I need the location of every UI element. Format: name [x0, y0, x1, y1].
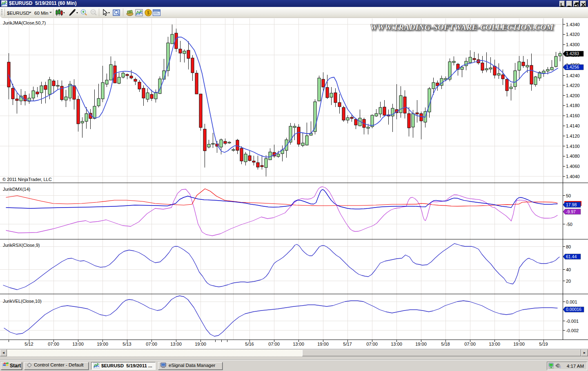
svg-text:19:00: 19:00: [97, 342, 108, 346]
svg-text:13:00: 13:00: [72, 342, 84, 346]
svg-text:13:00: 13:00: [489, 342, 500, 346]
svg-text:1.4220: 1.4220: [566, 83, 580, 88]
svg-text:07:00: 07:00: [48, 342, 59, 346]
svg-text:5/13: 5/13: [122, 342, 131, 346]
svg-text:07:00: 07:00: [464, 342, 476, 346]
svg-text:07:00: 07:00: [146, 342, 157, 346]
svg-text:1.4283: 1.4283: [566, 51, 579, 56]
svg-text:1.4300: 1.4300: [566, 42, 580, 47]
svg-text:1.4200: 1.4200: [566, 93, 580, 98]
svg-text:5/18: 5/18: [441, 342, 450, 346]
svg-text:40: 40: [566, 267, 571, 272]
svg-text:1.4140: 1.4140: [566, 123, 580, 128]
svg-text:1.4040: 1.4040: [566, 174, 580, 179]
svg-text:19:00: 19:00: [513, 342, 525, 346]
svg-text:$: $: [147, 11, 149, 15]
svg-text:07:00: 07:00: [366, 342, 378, 346]
svg-text:07:00: 07:00: [268, 342, 280, 346]
svg-text:5/17: 5/17: [343, 342, 352, 346]
svg-text:-0.001: -0.001: [566, 319, 579, 324]
svg-text:1.4120: 1.4120: [566, 134, 580, 139]
svg-text:13:00: 13:00: [170, 342, 182, 346]
svg-text:1.4060: 1.4060: [566, 164, 580, 169]
svg-text:1.4160: 1.4160: [566, 113, 580, 118]
svg-text:19:00: 19:00: [415, 342, 427, 346]
svg-text:© 2011 NinjaTrader, LLC: © 2011 NinjaTrader, LLC: [2, 177, 52, 182]
svg-text:17.98: 17.98: [566, 202, 577, 207]
svg-text:1.4340: 1.4340: [566, 22, 580, 27]
svg-text:0.001: 0.001: [566, 299, 577, 304]
svg-text:JurikJMA(Close,50,7): JurikJMA(Close,50,7): [3, 20, 46, 25]
svg-text:13:00: 13:00: [293, 342, 304, 346]
svg-text:5/16: 5/16: [245, 342, 254, 346]
svg-text:80: 80: [566, 244, 571, 249]
svg-text:JurikVEL(Close,10): JurikVEL(Close,10): [3, 299, 42, 304]
svg-text:-0.002: -0.002: [566, 328, 579, 333]
svg-text:19:00: 19:00: [195, 342, 206, 346]
svg-text:JurikDMX(14): JurikDMX(14): [3, 187, 30, 192]
svg-text:5/12: 5/12: [24, 342, 33, 346]
svg-text:JurikRSX(Close,9): JurikRSX(Close,9): [3, 243, 40, 248]
svg-text:1.4240: 1.4240: [566, 73, 580, 78]
svg-text:61.44: 61.44: [566, 254, 577, 259]
svg-text:1.4320: 1.4320: [566, 32, 580, 37]
svg-text:5/19: 5/19: [539, 342, 548, 346]
svg-text:20: 20: [566, 279, 571, 284]
svg-text:19:00: 19:00: [317, 342, 329, 346]
svg-text:1.4100: 1.4100: [566, 144, 580, 149]
svg-text:1.4080: 1.4080: [566, 154, 580, 159]
svg-text:13:00: 13:00: [391, 342, 402, 346]
svg-text:0.00016: 0.00016: [566, 307, 581, 312]
svg-text:WWW.TRADING-SOFTWARE-COLLECTIO: WWW.TRADING-SOFTWARE-COLLECTION.COM: [370, 23, 554, 31]
svg-text:-50: -50: [566, 222, 572, 227]
svg-text:-9.97: -9.97: [566, 209, 576, 214]
svg-text:1.4180: 1.4180: [566, 103, 580, 108]
svg-text:1.4256: 1.4256: [566, 65, 579, 69]
svg-text:50: 50: [566, 193, 571, 198]
